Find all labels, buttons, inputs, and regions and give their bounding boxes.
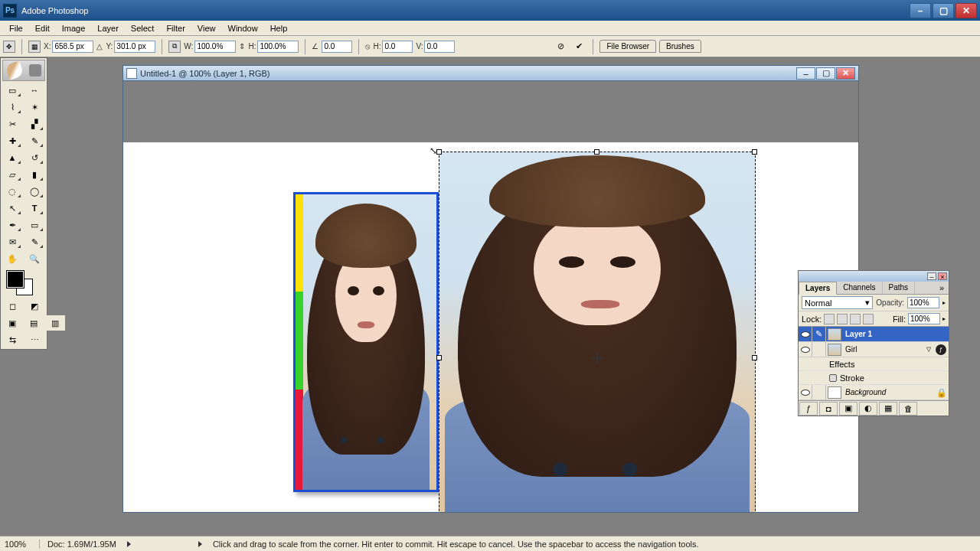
window-close-button[interactable]: ✕ (956, 3, 977, 18)
layers-panel[interactable]: – × Layers Channels Paths » Normal▾ Opac… (798, 270, 949, 416)
notes-tool[interactable]: ✉ (2, 234, 22, 249)
reference-point-icon[interactable]: ▦ (28, 41, 41, 53)
document-titlebar[interactable]: Untitled-1 @ 100% (Layer 1, RGB) – ▢ ✕ (123, 66, 858, 81)
extra-tool-button[interactable]: ⋯ (24, 332, 44, 347)
skewv-input[interactable]: 0.0 (424, 41, 455, 53)
layer-effects-row[interactable]: Effects (799, 357, 949, 371)
layer-effect-stroke[interactable]: Stroke (799, 371, 949, 385)
shape-tool[interactable]: ▭ (24, 217, 44, 233)
y-input[interactable]: 301.0 px (114, 41, 155, 53)
layer-thumbnail[interactable] (828, 344, 841, 356)
tools-palette[interactable]: ▭ ↔ ⌇ ✶ ✂ ▞ ✚ ✎ ▲ ↺ ▱ ▮ ◌ ◯ ↖ T ✒ ▭ ✉ ✎ (0, 57, 47, 350)
skewh-input[interactable]: 0.0 (382, 41, 413, 53)
zoom-tool[interactable]: 🔍 (24, 251, 44, 266)
tab-paths[interactable]: Paths (883, 282, 916, 294)
panel-close-button[interactable]: × (938, 272, 947, 280)
menu-image[interactable]: Image (56, 22, 92, 34)
document-window[interactable]: Untitled-1 @ 100% (Layer 1, RGB) – ▢ ✕ (122, 65, 859, 513)
slice-tool[interactable]: ▞ (24, 116, 44, 132)
h-input[interactable]: 100.0% (257, 41, 299, 53)
hand-tool[interactable]: ✋ (2, 251, 22, 266)
tab-layers[interactable]: Layers (799, 282, 837, 295)
lasso-tool[interactable]: ⌇ (2, 99, 22, 115)
imageready-icon[interactable] (29, 64, 41, 77)
path-tool[interactable]: ↖ (2, 201, 22, 216)
doc-minimize-button[interactable]: – (796, 67, 815, 80)
history-brush-tool[interactable]: ↺ (24, 150, 44, 165)
foreground-color-swatch[interactable] (7, 271, 24, 288)
visibility-toggle[interactable] (799, 385, 812, 399)
menu-view[interactable]: View (191, 22, 222, 34)
menu-edit[interactable]: Edit (29, 22, 56, 34)
crop-tool[interactable]: ✂ (2, 116, 22, 132)
add-mask-button[interactable]: ◘ (819, 402, 838, 416)
menu-window[interactable]: Window (222, 22, 264, 34)
cancel-transform-button[interactable]: ⊘ (553, 39, 568, 54)
screen-full-button[interactable]: ▥ (45, 315, 65, 331)
menu-filter[interactable]: Filter (160, 22, 191, 34)
healing-brush-tool[interactable]: ✚ (2, 133, 22, 148)
screen-standard-button[interactable]: ▣ (2, 315, 22, 331)
screen-fullmenu-button[interactable]: ▤ (24, 315, 44, 331)
doc-maximize-button[interactable]: ▢ (816, 67, 835, 80)
add-style-button[interactable]: ƒ (799, 402, 818, 416)
magic-wand-tool[interactable]: ✶ (24, 99, 44, 115)
color-swatches[interactable] (2, 269, 45, 297)
angle-input[interactable]: 0.0 (322, 41, 352, 53)
image-girl-large[interactable] (439, 152, 756, 512)
current-tool-icon[interactable]: ✥ (3, 41, 15, 53)
brushes-tab[interactable]: Brushes (659, 40, 701, 53)
link-wh-icon[interactable]: ⧉ (168, 41, 181, 53)
visibility-toggle[interactable] (799, 327, 812, 341)
layer-name[interactable]: Layer 1 (843, 330, 949, 338)
lock-all-button[interactable] (863, 314, 874, 324)
file-browser-tab[interactable]: File Browser (599, 40, 656, 53)
layer-list[interactable]: ✎ Layer 1 Girl ▽ ƒ Effects (799, 327, 949, 400)
window-minimize-button[interactable]: – (910, 3, 931, 18)
quickmask-mode-button[interactable]: ◩ (24, 298, 44, 314)
doc-size[interactable]: Doc: 1.69M/1.95M (47, 540, 116, 549)
eraser-tool[interactable]: ▱ (2, 167, 22, 182)
link-toggle[interactable] (812, 342, 826, 357)
marquee-tool[interactable]: ▭ (2, 83, 22, 98)
brush-tool[interactable]: ✎ (24, 133, 44, 148)
eyedropper-tool[interactable]: ✎ (24, 234, 44, 249)
dodge-tool[interactable]: ◯ (24, 184, 44, 199)
new-adjustment-button[interactable]: ◐ (859, 402, 877, 416)
panel-minimize-button[interactable]: – (927, 272, 936, 280)
menu-file[interactable]: File (3, 22, 29, 34)
commit-transform-button[interactable]: ✔ (571, 39, 586, 54)
layer-row-girl[interactable]: Girl ▽ ƒ (799, 342, 949, 357)
tab-channels[interactable]: Channels (837, 282, 882, 294)
fill-input[interactable]: 100% (908, 313, 940, 324)
jump-to-imageready-button[interactable]: ⇆ (2, 332, 22, 347)
doc-close-button[interactable]: ✕ (836, 67, 855, 80)
new-layer-button[interactable]: ▦ (879, 402, 897, 416)
window-maximize-button[interactable]: ▢ (933, 3, 954, 18)
blend-mode-select[interactable]: Normal▾ (802, 296, 873, 309)
new-set-button[interactable]: ▣ (839, 402, 858, 416)
layer-row-background[interactable]: Background 🔒 (799, 385, 949, 400)
pen-tool[interactable]: ✒ (2, 217, 22, 233)
visibility-toggle[interactable] (799, 342, 812, 357)
lock-transparency-button[interactable] (824, 314, 835, 324)
layer-thumbnail[interactable] (828, 386, 841, 399)
lock-image-button[interactable] (837, 314, 848, 324)
layer-name[interactable]: Girl (843, 345, 924, 354)
layer-row-layer1[interactable]: ✎ Layer 1 (799, 327, 949, 342)
opacity-input[interactable]: 100% (907, 297, 939, 308)
lock-position-button[interactable] (850, 314, 861, 324)
zoom-level[interactable]: 100% (5, 540, 40, 549)
layer-name[interactable]: Background (843, 388, 933, 396)
layer-thumbnail[interactable] (828, 328, 841, 341)
panel-menu-button[interactable]: » (935, 282, 949, 294)
link-icon[interactable]: ⇕ (239, 42, 245, 51)
link-toggle[interactable] (812, 385, 826, 399)
x-input[interactable]: 658.5 px (52, 41, 93, 53)
document-viewport[interactable]: ⤡ (123, 81, 858, 512)
w-input[interactable]: 100.0% (194, 41, 236, 53)
menu-layer[interactable]: Layer (91, 22, 125, 34)
effects-toggle-icon[interactable]: ▽ (924, 346, 933, 353)
move-tool[interactable]: ↔ (24, 83, 44, 98)
canvas[interactable]: ⤡ (123, 142, 858, 512)
